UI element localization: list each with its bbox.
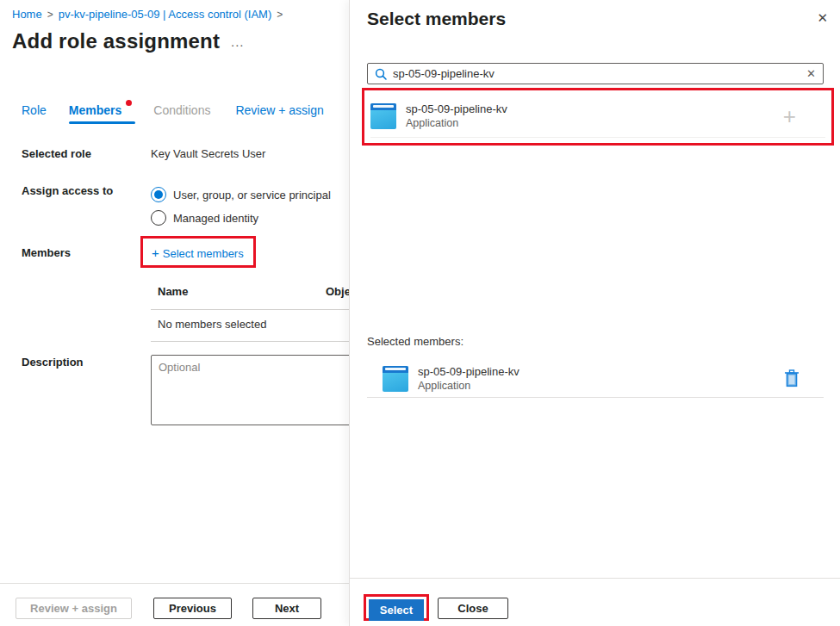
page-title: Add role assignment xyxy=(12,29,220,53)
table-header-divider xyxy=(151,309,349,310)
select-members-link[interactable]: +Select members xyxy=(152,245,244,260)
table-row-divider xyxy=(151,341,349,342)
application-icon xyxy=(370,103,396,129)
red-highlight-box: sp-05-09-pipeline-kv Application + xyxy=(362,88,834,146)
radio-label: Managed identity xyxy=(173,212,258,225)
tab-conditions: Conditions xyxy=(153,103,210,124)
column-header-name: Name xyxy=(158,285,188,298)
close-icon[interactable]: ✕ xyxy=(817,11,828,24)
selected-role-label: Selected role xyxy=(22,147,91,160)
chevron-right-icon: > xyxy=(47,9,53,21)
radio-label: User, group, or service principal xyxy=(173,189,331,201)
member-search-box[interactable]: ✕ xyxy=(367,63,824,84)
application-icon-stripe xyxy=(373,105,394,108)
radio-selected-icon[interactable] xyxy=(151,187,166,202)
panel-title: Select members xyxy=(367,9,506,29)
add-role-assignment-page: Home>pv-kv-pipeline-05-09 | Access contr… xyxy=(0,0,349,626)
chevron-right-icon: > xyxy=(277,9,283,21)
radio-unselected-icon[interactable] xyxy=(151,210,166,226)
member-name: sp-05-09-pipeline-kv xyxy=(406,102,783,116)
breadcrumb: Home>pv-kv-pipeline-05-09 | Access contr… xyxy=(12,8,288,21)
search-input[interactable] xyxy=(393,67,801,80)
panel-footer-divider xyxy=(350,578,840,579)
assign-access-radio-group: User, group, or service principal Manage… xyxy=(151,187,331,233)
empty-members-text: No members selected xyxy=(158,318,266,331)
breadcrumb-resource-link[interactable]: pv-kv-pipeline-05-09 | Access control (I… xyxy=(59,8,272,21)
assign-access-to-label: Assign access to xyxy=(22,184,113,197)
selected-member-item: sp-05-09-pipeline-kv Application xyxy=(383,364,824,393)
azure-portal-screen: Home>pv-kv-pipeline-05-09 | Access contr… xyxy=(0,0,840,626)
plus-icon: + xyxy=(152,245,159,260)
radio-managed-identity[interactable]: Managed identity xyxy=(151,210,331,226)
members-label: Members xyxy=(22,246,71,259)
member-type: Application xyxy=(406,116,783,130)
member-texts: sp-05-09-pipeline-kv Application xyxy=(406,102,783,130)
active-tab-underline xyxy=(69,121,135,124)
search-result-item[interactable]: sp-05-09-pipeline-kv Application + xyxy=(370,102,825,138)
next-button[interactable]: Next xyxy=(252,598,321,619)
member-name: sp-05-09-pipeline-kv xyxy=(418,364,784,379)
radio-user-group-service-principal[interactable]: User, group, or service principal xyxy=(151,187,331,202)
remove-member-button[interactable] xyxy=(784,369,800,387)
select-members-panel: Select members ✕ ✕ sp-05-09-pipeline-kv … xyxy=(349,0,840,626)
select-members-link-label: Select members xyxy=(163,247,244,260)
close-button[interactable]: Close xyxy=(438,598,508,619)
review-assign-button: Review + assign xyxy=(16,598,132,619)
column-header-object-id: Obje xyxy=(326,285,349,298)
more-actions-icon[interactable]: ... xyxy=(231,34,245,49)
member-type: Application xyxy=(418,379,784,393)
tab-members-label: Members xyxy=(69,103,121,117)
tab-members[interactable]: Members xyxy=(69,103,121,124)
add-member-plus-icon[interactable]: + xyxy=(783,105,796,127)
description-label: Description xyxy=(22,356,84,369)
clear-search-icon[interactable]: ✕ xyxy=(801,67,816,80)
search-icon xyxy=(375,68,387,80)
tab-review-assign[interactable]: Review + assign xyxy=(235,103,323,124)
application-icon-stripe xyxy=(385,368,406,370)
description-textarea[interactable] xyxy=(151,355,349,425)
red-highlight-box: Select xyxy=(364,594,429,621)
trash-icon xyxy=(784,369,800,387)
breadcrumb-home-link[interactable]: Home xyxy=(12,8,42,21)
unsaved-changes-dot-icon xyxy=(126,100,132,106)
selected-members-label: Selected members: xyxy=(367,335,464,348)
previous-button[interactable]: Previous xyxy=(153,598,232,619)
selected-role-value: Key Vault Secrets User xyxy=(151,147,265,160)
selected-member-divider xyxy=(367,397,824,398)
select-button[interactable]: Select xyxy=(369,599,424,621)
tab-role[interactable]: Role xyxy=(22,103,47,124)
application-icon xyxy=(383,366,408,392)
footer-divider xyxy=(0,583,349,584)
wizard-tabs: Role Members Conditions Review + assign xyxy=(22,103,324,124)
member-texts: sp-05-09-pipeline-kv Application xyxy=(418,364,784,393)
